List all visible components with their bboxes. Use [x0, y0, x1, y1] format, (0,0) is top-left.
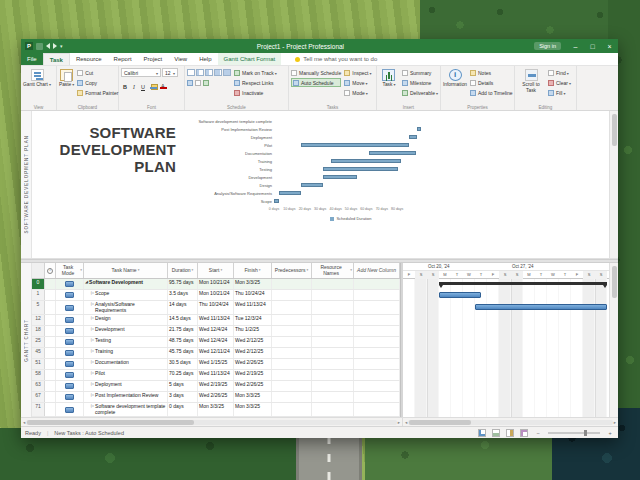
expand-collapse-icon[interactable]: ▷ [91, 393, 94, 397]
link-tasks-icon[interactable] [187, 80, 193, 86]
table-row[interactable]: 51 ▷Documentation 30.5 days Wed 1/15/25 … [32, 359, 400, 370]
resource-names-cell[interactable] [312, 337, 354, 347]
finish-cell[interactable]: Tue 12/3/24 [234, 315, 272, 325]
table-row[interactable]: 5 ▷Analysis/Software Requirements 14 day… [32, 301, 400, 315]
indicator-column-header[interactable]: i [45, 263, 56, 278]
resource-names-cell[interactable] [312, 381, 354, 391]
move-button[interactable]: Move [344, 78, 371, 87]
gantt-bar[interactable] [439, 292, 481, 298]
resource-names-cell[interactable] [312, 301, 354, 314]
finish-cell[interactable]: Thu 1/2/25 [234, 326, 272, 336]
duration-chart[interactable]: Software development template completePo… [182, 117, 428, 221]
tab-help[interactable]: Help [193, 53, 217, 65]
task-mode-cell[interactable] [56, 403, 84, 416]
indicator-cell[interactable] [45, 359, 56, 369]
column-header-task-mode[interactable]: Task Mode [56, 263, 84, 278]
expand-collapse-icon[interactable]: ◢ [85, 280, 88, 284]
details-button[interactable]: Details [470, 78, 512, 87]
row-id-cell[interactable]: 63 [32, 381, 45, 391]
start-cell[interactable]: Wed 11/13/24 [198, 315, 234, 325]
indicator-cell[interactable] [45, 315, 56, 325]
clear-button[interactable]: Clear [548, 78, 571, 87]
row-id-cell[interactable]: 5 [32, 301, 45, 314]
indicator-cell[interactable] [45, 403, 56, 416]
finish-cell[interactable]: Wed 2/19/25 [234, 370, 272, 380]
task-name-cell[interactable]: ▷Documentation [84, 359, 168, 369]
finish-cell[interactable]: Mon 3/3/25 [234, 403, 272, 416]
task-name-cell[interactable]: ▷Pilot [84, 370, 168, 380]
finish-cell[interactable]: Mon 3/3/25 [234, 279, 272, 289]
task-mode-cell[interactable] [56, 392, 84, 402]
duration-cell[interactable]: 0 days [168, 403, 198, 416]
mark-on-track-button[interactable]: Mark on Track [234, 68, 277, 77]
notes-button[interactable]: Notes [470, 68, 512, 77]
duration-cell[interactable]: 21.75 days [168, 326, 198, 336]
task-mode-cell[interactable] [56, 315, 84, 325]
titlebar[interactable]: P ▾ Project1 - Project Professional Sign… [21, 39, 618, 53]
team-planner-view-icon[interactable] [506, 429, 514, 437]
resource-names-cell[interactable] [312, 279, 354, 289]
add-new-column-cell[interactable] [354, 326, 400, 336]
zoom-slider-thumb[interactable] [584, 430, 587, 436]
table-row[interactable]: 0 ◢Software Development 95.75 days Mon 1… [32, 279, 400, 290]
italic-button[interactable]: I [130, 82, 138, 91]
row-id-cell[interactable]: 0 [32, 279, 45, 289]
task-name-cell[interactable]: ◢Software Development [84, 279, 168, 289]
gantt-vertical-scrollbar[interactable] [609, 263, 618, 417]
gantt-bar[interactable] [439, 282, 607, 285]
bold-button[interactable]: B [121, 82, 129, 91]
unlink-tasks-icon[interactable] [195, 80, 201, 86]
tab-view[interactable]: View [168, 53, 193, 65]
gantt-view-icon[interactable] [478, 429, 486, 437]
predecessors-cell[interactable] [272, 348, 312, 358]
predecessors-cell[interactable] [272, 403, 312, 416]
indicator-cell[interactable] [45, 348, 56, 358]
font-size-select[interactable]: 12 [162, 68, 178, 77]
add-new-column-cell[interactable] [354, 301, 400, 314]
predecessors-cell[interactable] [272, 301, 312, 314]
zoom-out-button[interactable]: − [534, 430, 542, 436]
finish-cell[interactable]: Wed 11/13/24 [234, 301, 272, 314]
percent-100-icon[interactable] [223, 69, 231, 76]
duration-cell[interactable]: 48.75 days [168, 337, 198, 347]
task-mode-cell[interactable] [56, 359, 84, 369]
expand-collapse-icon[interactable]: ▷ [91, 316, 94, 320]
auto-schedule-button[interactable]: Auto Schedule [291, 78, 341, 87]
predecessors-cell[interactable] [272, 370, 312, 380]
finish-cell[interactable]: Wed 2/26/25 [234, 381, 272, 391]
indicator-cell[interactable] [45, 392, 56, 402]
report-vertical-scrollbar[interactable] [609, 111, 618, 258]
task-name-cell[interactable]: ▷Scope [84, 290, 168, 300]
start-cell[interactable]: Wed 2/26/25 [198, 392, 234, 402]
duration-cell[interactable]: 95.75 days [168, 279, 198, 289]
start-cell[interactable]: Wed 2/19/25 [198, 381, 234, 391]
inactivate-button[interactable]: Inactivate [234, 88, 277, 97]
table-row[interactable]: 12 ▷Design 14.5 days Wed 11/13/24 Tue 12… [32, 315, 400, 326]
font-family-select[interactable]: Calibri [121, 68, 161, 77]
duration-cell[interactable]: 3.5 days [168, 290, 198, 300]
start-cell[interactable]: Mon 10/21/24 [198, 279, 234, 289]
resource-names-cell[interactable] [312, 315, 354, 325]
gantt-bar[interactable] [475, 304, 607, 310]
insert-task-button[interactable]: Task [379, 68, 399, 88]
background-color-button[interactable] [148, 82, 157, 91]
table-row[interactable]: 25 ▷Testing 48.75 days Wed 12/4/24 Wed 2… [32, 337, 400, 348]
indicator-cell[interactable] [45, 337, 56, 347]
find-button[interactable]: Find [548, 68, 571, 77]
start-cell[interactable]: Thu 10/24/24 [198, 301, 234, 314]
percent-25-icon[interactable] [196, 69, 204, 76]
scrollbar-thumb[interactable] [612, 266, 617, 298]
task-mode-cell[interactable] [56, 370, 84, 380]
add-new-column-cell[interactable] [354, 337, 400, 347]
task-mode-cell[interactable] [56, 326, 84, 336]
table-row[interactable]: 1 ▷Scope 3.5 days Mon 10/21/24 Thu 10/24… [32, 290, 400, 301]
table-row[interactable]: 67 ▷Post Implementation Review 3 days We… [32, 392, 400, 403]
resource-names-cell[interactable] [312, 359, 354, 369]
mode-button[interactable]: Mode [344, 88, 371, 97]
task-name-cell[interactable]: ▷Development [84, 326, 168, 336]
task-name-cell[interactable]: ▷Software development template complete [84, 403, 168, 416]
tab-file[interactable]: File [21, 53, 43, 65]
start-cell[interactable]: Wed 1/15/25 [198, 359, 234, 369]
add-to-timeline-button[interactable]: Add to Timeline [470, 88, 512, 97]
fill-button[interactable]: Fill [548, 88, 571, 97]
